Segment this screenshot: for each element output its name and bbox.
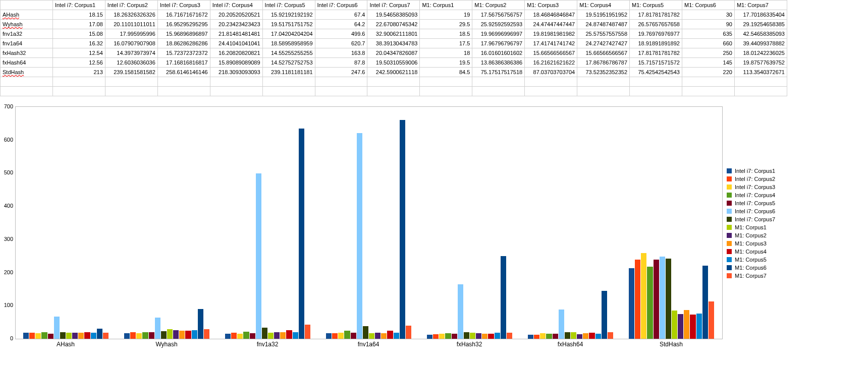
data-cell[interactable]: 163.8 — [315, 48, 367, 58]
data-cell[interactable]: 19.50310559006 — [367, 58, 420, 68]
data-cell[interactable]: 258.6146146146 — [157, 68, 210, 77]
data-cell[interactable]: 75.42542542543 — [630, 68, 682, 77]
data-cell[interactable]: 15.89089089089 — [210, 58, 262, 68]
data-cell[interactable]: 660 — [682, 39, 734, 48]
data-cell[interactable]: 15.66566566567 — [525, 48, 577, 58]
data-cell[interactable]: 18 — [420, 48, 472, 58]
data-cell[interactable]: 18.5 — [420, 29, 472, 39]
data-cell[interactable]: 220 — [682, 68, 734, 77]
data-cell[interactable]: 13.86386386386 — [472, 58, 525, 68]
data-cell[interactable]: 38.39130434783 — [367, 39, 420, 48]
data-cell[interactable]: 21.81481481481 — [210, 29, 262, 39]
data-cell[interactable]: 20.20520520521 — [210, 10, 262, 20]
data-cell[interactable]: 12.6036036036 — [105, 58, 157, 68]
data-cell[interactable]: 75.17517517518 — [472, 68, 525, 77]
data-cell[interactable]: 17.16816816817 — [157, 58, 210, 68]
data-cell[interactable]: 14.55255255255 — [262, 48, 315, 58]
data-cell[interactable]: 14.52752752753 — [262, 58, 315, 68]
data-cell[interactable]: 17.995995996 — [105, 29, 157, 39]
data-cell[interactable]: 19.81981981982 — [525, 29, 577, 39]
data-cell[interactable]: 16.71671671672 — [157, 10, 210, 20]
data-cell[interactable]: 113.3540372671 — [734, 68, 787, 77]
data-cell[interactable]: 18.46846846847 — [525, 10, 577, 20]
data-cell[interactable]: 16.20820820821 — [210, 48, 262, 58]
data-cell[interactable]: 14.3973973974 — [105, 48, 157, 58]
data-cell[interactable]: 16.95295295295 — [157, 20, 210, 29]
data-cell[interactable]: 12.54 — [52, 48, 105, 58]
data-cell[interactable]: 20.11011011011 — [105, 20, 157, 29]
data-cell[interactable]: 24.47447447447 — [525, 20, 577, 29]
data-cell[interactable]: 17.81781781782 — [630, 48, 682, 58]
data-cell[interactable]: 67.4 — [315, 10, 367, 20]
data-cell[interactable]: 18.26326326326 — [105, 10, 157, 20]
data-cell[interactable]: 250 — [682, 48, 734, 58]
data-cell[interactable]: 17.41741741742 — [525, 39, 577, 48]
data-cell[interactable]: 15.72372372372 — [157, 48, 210, 58]
data-cell[interactable]: 15.66566566567 — [577, 48, 630, 58]
data-cell[interactable]: 19.51951951952 — [577, 10, 630, 20]
data-cell[interactable]: 24.41041041041 — [210, 39, 262, 48]
data-cell[interactable]: 16.07907907908 — [105, 39, 157, 48]
data-table[interactable]: Intel i7: Corpus1Intel i7: Corpus2Intel … — [0, 0, 787, 96]
data-cell[interactable]: 19.5 — [420, 58, 472, 68]
data-cell[interactable]: 39.44099378882 — [734, 39, 787, 48]
data-cell[interactable]: 16.01601601602 — [472, 48, 525, 58]
data-cell[interactable]: 620.7 — [315, 39, 367, 48]
data-cell[interactable]: 24.87487487487 — [577, 20, 630, 29]
data-cell[interactable]: 87.03703703704 — [525, 68, 577, 77]
data-cell[interactable]: 17.56756756757 — [472, 10, 525, 20]
data-cell[interactable]: 18.58958958959 — [262, 39, 315, 48]
data-cell[interactable]: 17.08 — [52, 20, 105, 29]
data-cell[interactable]: 42.54658385093 — [734, 29, 787, 39]
data-cell[interactable]: 15.96896896897 — [157, 29, 210, 39]
data-cell[interactable]: 17.5 — [420, 39, 472, 48]
data-cell[interactable]: 17.96796796797 — [472, 39, 525, 48]
data-cell[interactable]: 73.52352352352 — [577, 68, 630, 77]
data-cell[interactable]: 64.2 — [315, 20, 367, 29]
data-cell[interactable]: 239.1581581582 — [105, 68, 157, 77]
data-cell[interactable]: 16.21621621622 — [525, 58, 577, 68]
data-cell[interactable]: 24.27427427427 — [577, 39, 630, 48]
data-cell[interactable]: 29.19254658385 — [734, 20, 787, 29]
data-cell[interactable]: 145 — [682, 58, 734, 68]
data-cell[interactable]: 218.3093093093 — [210, 68, 262, 77]
data-cell[interactable]: 19.51751751752 — [262, 20, 315, 29]
data-cell[interactable]: 15.71571571572 — [630, 58, 682, 68]
data-cell[interactable]: 17.70186335404 — [734, 10, 787, 20]
data-cell[interactable]: 90 — [682, 20, 734, 29]
data-cell[interactable]: 213 — [52, 68, 105, 77]
data-cell[interactable]: 242.5900621118 — [367, 68, 420, 77]
data-cell[interactable]: 18.15 — [52, 10, 105, 20]
data-cell[interactable]: 18.01242236025 — [734, 48, 787, 58]
data-cell[interactable]: 17.04204204204 — [262, 29, 315, 39]
data-cell[interactable]: 17.86786786787 — [577, 58, 630, 68]
data-cell[interactable]: 15.92192192192 — [262, 10, 315, 20]
data-cell[interactable]: 499.6 — [315, 29, 367, 39]
data-cell[interactable]: 19 — [420, 10, 472, 20]
data-cell[interactable]: 18.86286286286 — [157, 39, 210, 48]
data-cell[interactable]: 30 — [682, 10, 734, 20]
data-cell[interactable]: 16.32 — [52, 39, 105, 48]
data-cell[interactable]: 29.5 — [420, 20, 472, 29]
data-cell[interactable]: 12.56 — [52, 58, 105, 68]
data-cell[interactable]: 20.04347826087 — [367, 48, 420, 58]
data-cell[interactable]: 17.81781781782 — [630, 10, 682, 20]
data-cell[interactable]: 25.57557557558 — [577, 29, 630, 39]
data-cell[interactable]: 25.92592592593 — [472, 20, 525, 29]
data-cell[interactable]: 26.57657657658 — [630, 20, 682, 29]
data-cell[interactable]: 239.1181181181 — [262, 68, 315, 77]
data-cell[interactable]: 15.08 — [52, 29, 105, 39]
data-cell[interactable]: 19.96996996997 — [472, 29, 525, 39]
data-cell[interactable]: 19.54658385093 — [367, 10, 420, 20]
data-cell[interactable]: 19.87577639752 — [734, 58, 787, 68]
data-cell[interactable]: 19.76976976977 — [630, 29, 682, 39]
data-cell[interactable]: 18.91891891892 — [630, 39, 682, 48]
data-cell[interactable]: 247.6 — [315, 68, 367, 77]
legend-item: Intel i7: Corpus6 — [727, 207, 807, 215]
data-cell[interactable]: 87.8 — [315, 58, 367, 68]
data-cell[interactable]: 20.23423423423 — [210, 20, 262, 29]
data-cell[interactable]: 32.90062111801 — [367, 29, 420, 39]
data-cell[interactable]: 22.67080745342 — [367, 20, 420, 29]
data-cell[interactable]: 84.5 — [420, 68, 472, 77]
data-cell[interactable]: 635 — [682, 29, 734, 39]
